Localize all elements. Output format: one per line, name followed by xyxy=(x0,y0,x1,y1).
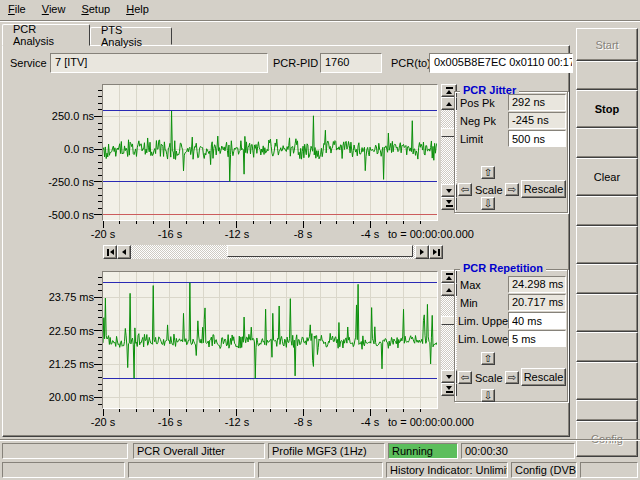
rep-rescale-button[interactable]: Rescale xyxy=(521,368,566,386)
menu-file[interactable]: File xyxy=(0,0,34,20)
tab-pts-analysis[interactable]: PTS Analysis xyxy=(90,27,172,45)
menu-help[interactable]: Help xyxy=(118,0,157,20)
status-profile: Profile MGF3 (1Hz) xyxy=(268,443,385,459)
jitter-yaxis-ticks xyxy=(94,85,102,220)
rep-vscroll-thumb[interactable] xyxy=(441,316,455,325)
status-divider-highlight xyxy=(0,440,640,441)
scroll-left-icon[interactable] xyxy=(117,245,131,259)
pcr-pid-label: PCR-PID xyxy=(273,57,318,69)
rep-ytick-label: 21.25 ms xyxy=(8,358,94,370)
rep-scale-right-icon[interactable]: ⇨ xyxy=(505,371,519,384)
jitter-rescale-button[interactable]: Rescale xyxy=(521,180,566,198)
hscroll-track[interactable] xyxy=(131,245,415,259)
pos-pk-value: 292 ns xyxy=(508,94,566,111)
jitter-limit-label: Limit xyxy=(460,133,483,145)
status-measurement-name: PCR Overall Jitter xyxy=(133,443,265,459)
scroll-right-icon[interactable] xyxy=(415,245,429,259)
jitter-xtick-label: -12 s xyxy=(215,228,259,240)
tab-pcr-analysis[interactable]: PCR Analysis xyxy=(2,24,90,46)
jitter-xtick-label: -8 s xyxy=(281,228,325,240)
stop-button[interactable]: Stop xyxy=(576,90,638,128)
jitter-ytick-label: 0.0 ns xyxy=(8,143,94,155)
rep-yaxis-ticks xyxy=(94,272,102,408)
blank-button[interactable] xyxy=(576,226,638,264)
tab-pts-analysis-label: PTS Analysis xyxy=(101,24,161,48)
max-value: 24.298 ms xyxy=(508,276,566,293)
rep-plot-frame xyxy=(102,271,438,409)
pos-pk-label: Pos Pk xyxy=(460,97,495,109)
rep-waveform-chart xyxy=(103,272,437,408)
jitter-waveform-chart xyxy=(103,85,437,220)
clear-button[interactable]: Clear xyxy=(576,158,638,196)
jitter-scale-right-icon[interactable]: ⇨ xyxy=(505,183,519,196)
menu-bar: File View Setup Help xyxy=(0,0,640,20)
jitter-xaxis-ticks xyxy=(103,221,437,228)
status-cell-empty xyxy=(2,443,128,459)
jitter-ytick-label: -250.0 ns xyxy=(8,176,94,188)
min-value: 20.717 ms xyxy=(508,294,566,311)
jitter-xtick-label: -4 s xyxy=(348,228,392,240)
jitter-plot-frame xyxy=(102,84,438,221)
jitter-scale-left-icon[interactable]: ⇦ xyxy=(458,183,472,196)
hscroll-thumb[interactable] xyxy=(227,245,413,257)
scroll-far-left-icon[interactable] xyxy=(103,245,117,259)
menu-divider-highlight xyxy=(0,21,640,22)
pcr-to-field: 0x005B8E7EC 0x0110 00:17:4 xyxy=(429,53,573,73)
jitter-limit-input[interactable] xyxy=(508,130,566,147)
pcr-pid-field[interactable]: 1760 xyxy=(320,53,382,73)
min-label: Min xyxy=(460,297,478,309)
rep-xaxis-ticks xyxy=(103,409,437,416)
rep-scale-left-icon[interactable]: ⇦ xyxy=(458,371,472,384)
status-history-indicator: History Indicator: Unlimited xyxy=(386,462,508,478)
pcr-analyzer-window: File View Setup Help PCR Analysis PTS An… xyxy=(0,0,640,480)
pcr-to-label: PCR(to) xyxy=(391,57,431,69)
jitter-time-reference-label: to = 00:00:00.000 xyxy=(388,228,488,240)
tab-pcr-analysis-label: PCR Analysis xyxy=(13,23,79,47)
jitter-scale-up-icon[interactable]: ⇧ xyxy=(481,166,495,179)
status-cell-empty xyxy=(2,462,125,478)
blank-button[interactable] xyxy=(576,332,638,362)
jitter-xtick-label: -16 s xyxy=(148,228,192,240)
scroll-far-right-icon[interactable] xyxy=(429,245,443,259)
service-field[interactable]: 7 [ITV] xyxy=(50,53,268,73)
menu-view[interactable]: View xyxy=(34,0,74,20)
status-cell-empty xyxy=(580,462,638,478)
lim-lower-label: Lim. Lower xyxy=(458,333,512,345)
rep-scale-label: Scale xyxy=(475,372,503,384)
rep-scale-down-icon[interactable]: ⇩ xyxy=(481,389,495,402)
status-cell-empty xyxy=(258,462,383,478)
jitter-scale-label: Scale xyxy=(475,184,503,196)
max-label: Max xyxy=(460,279,481,291)
blank-button[interactable] xyxy=(576,400,638,421)
time-horizontal-scrollbar[interactable] xyxy=(103,245,443,259)
blank-button[interactable] xyxy=(576,362,638,400)
jitter-xtick-label: -20 s xyxy=(81,228,125,240)
blank-button[interactable] xyxy=(576,196,638,226)
menu-setup[interactable]: Setup xyxy=(73,0,118,20)
status-elapsed-time: 00:00:30 xyxy=(461,443,575,459)
jitter-ytick-label: 250.0 ns xyxy=(8,110,94,122)
lim-upper-input[interactable] xyxy=(508,312,566,329)
rep-scale-up-icon[interactable]: ⇧ xyxy=(481,352,495,365)
neg-pk-value: -245 ns xyxy=(508,112,566,129)
lim-upper-label: Lim. Upper xyxy=(458,315,512,327)
start-button[interactable]: Start xyxy=(576,28,638,61)
rep-time-reference-label: to = 00:00:00.000 xyxy=(388,416,488,428)
jitter-ytick-label: -500.0 ns xyxy=(8,209,94,221)
jitter-scale-down-icon[interactable]: ⇩ xyxy=(481,197,495,210)
blank-button[interactable] xyxy=(576,61,638,90)
rep-xtick-label: -12 s xyxy=(215,416,259,428)
status-cell-empty xyxy=(128,462,255,478)
neg-pk-label: Neg Pk xyxy=(460,115,496,127)
pcr-repetition-title: PCR Repetition xyxy=(460,262,546,274)
status-running-badge: Running xyxy=(388,443,458,459)
blank-button[interactable] xyxy=(576,264,638,294)
blank-button[interactable] xyxy=(576,128,638,158)
jitter-vscroll-thumb[interactable] xyxy=(441,128,455,137)
rep-ytick-label: 22.50 ms xyxy=(8,325,94,337)
blank-button[interactable] xyxy=(576,294,638,332)
rep-xtick-label: -4 s xyxy=(348,416,392,428)
rep-xtick-label: -8 s xyxy=(281,416,325,428)
lim-lower-input[interactable] xyxy=(508,330,566,347)
rep-xtick-label: -16 s xyxy=(148,416,192,428)
